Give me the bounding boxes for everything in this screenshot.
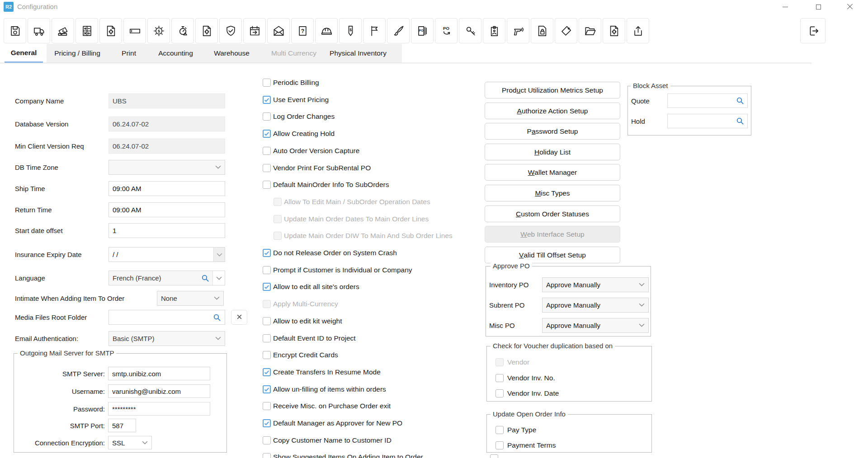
cutoff-checkbox[interactable] [490, 454, 498, 458]
tab-accounting[interactable]: Accounting [152, 44, 199, 63]
option-log-order-changes-checkbox[interactable] [263, 112, 271, 121]
option-show-suggested-items-on-adding-item-to-order-checkbox[interactable] [263, 453, 271, 458]
username-input[interactable]: varunishg@unibiz.com [108, 384, 210, 398]
close-button[interactable] [839, 0, 861, 14]
intimate-when-adding-item-to-order-field[interactable]: None [157, 291, 224, 306]
misc-po-select[interactable]: Approve Manually [542, 318, 649, 333]
db-time-zone-field[interactable] [108, 160, 225, 175]
toolbar-button-truck[interactable] [28, 18, 50, 43]
vendor-inv-date-checkbox[interactable] [495, 389, 504, 397]
wallet-manager-button[interactable]: Wallet Manager [485, 164, 620, 181]
block-asset-hold-input[interactable] [667, 114, 748, 128]
vendor-inv-date-label: Vendor Inv. Date [507, 389, 559, 397]
product-utilization-metrics-setup-button[interactable]: Product Utilization Metrics Setup [485, 82, 620, 98]
option-allow-un-filling-of-items-within-orders-checkbox[interactable] [263, 385, 271, 393]
toolbar-button-hard-hat[interactable] [315, 18, 338, 43]
ship-time-input[interactable]: 09:00 AM [108, 181, 225, 196]
toolbar-button-po-document[interactable]: PO [411, 18, 434, 43]
toolbar-button-cash-payment[interactable] [52, 18, 74, 43]
option-default-event-id-to-project-checkbox[interactable] [263, 334, 271, 342]
holiday-list-button[interactable]: Holiday List [485, 144, 620, 160]
subrent-po-select[interactable]: Approve Manually [542, 298, 649, 313]
option-default-mainorder-info-to-suborders-checkbox[interactable] [263, 181, 271, 189]
toolbar-button-po-transfer[interactable]: PO [435, 18, 458, 43]
option-allow-to-edit-all-site-s-orders-checkbox[interactable] [263, 283, 271, 291]
option-encrypt-credit-cards-checkbox[interactable] [263, 351, 271, 359]
media-files-root-folder-field[interactable] [108, 310, 225, 325]
tab-physical-inventory[interactable]: Physical Inventory [322, 44, 394, 63]
option-periodic-billing-checkbox[interactable] [263, 79, 271, 87]
option-default-manager-as-approver-for-new-po-checkbox[interactable] [263, 419, 271, 427]
search-icon[interactable] [201, 274, 209, 282]
toolbar-button-calendar-forward[interactable] [243, 18, 266, 43]
option-prompt-if-customer-is-individual-or-company-checkbox[interactable] [263, 266, 271, 274]
toolbar-button-calculator[interactable] [75, 18, 98, 43]
search-icon[interactable] [736, 117, 744, 125]
option-create-transfers-in-resume-mode-checkbox[interactable] [263, 368, 271, 376]
toolbar-button-exit[interactable] [800, 18, 826, 43]
tab-general[interactable]: General [5, 44, 43, 63]
toolbar-button-document-gear-3[interactable] [603, 18, 625, 43]
toolbar-button-shield-check[interactable] [219, 18, 242, 43]
restore-button[interactable] [807, 0, 830, 14]
option-receive-misc-on-purchase-order-exit-checkbox[interactable] [263, 402, 271, 410]
toolbar-button-key[interactable] [459, 18, 481, 43]
pay-type-checkbox[interactable] [495, 426, 504, 434]
valid-till-offset-setup-button[interactable]: Valid Till Offset Setup [485, 247, 620, 263]
option-auto-order-version-capture-checkbox[interactable] [263, 147, 271, 155]
toolbar-button-locked-document[interactable] [531, 18, 553, 43]
toolbar-button-help-document[interactable]: ? [291, 18, 314, 43]
minimize-button[interactable] [774, 0, 797, 14]
toolbar-button-barcode-scanner[interactable] [507, 18, 529, 43]
toolbar-button-document-gear[interactable] [99, 18, 122, 43]
option-copy-customer-name-to-customer-id-checkbox[interactable] [263, 436, 271, 444]
toolbar-button-paint-brush[interactable] [387, 18, 410, 43]
authorize-action-setup-button[interactable]: Authorize Action Setup [485, 103, 620, 119]
dropdown-button[interactable] [212, 271, 225, 285]
tab-warehouse[interactable]: Warehouse [206, 44, 258, 63]
vendor-inv-no-checkbox[interactable] [495, 374, 504, 382]
vendor-checkbox [495, 358, 504, 366]
return-time-label: Return Time [15, 202, 52, 217]
option-allow-to-edit-kit-weight-checkbox[interactable] [263, 317, 271, 325]
tab-print[interactable]: Print [113, 44, 145, 63]
smtp-server-input[interactable]: smtp.unibiz.com [108, 367, 210, 380]
option-use-event-pricing-checkbox[interactable] [263, 96, 271, 104]
toolbar-button-gear-dollar[interactable]: $ [147, 18, 170, 43]
tab-pricing-billing[interactable]: Pricing / Billing [50, 44, 104, 63]
calculator-icon [81, 25, 93, 37]
inventory-po-select[interactable]: Approve Manually [542, 277, 649, 292]
toolbar-button-open-folder[interactable] [579, 18, 601, 43]
media-files-root-folder-clear-button[interactable] [231, 310, 247, 325]
password-input[interactable]: ********* [108, 402, 210, 416]
language-field[interactable]: French (France) [108, 271, 225, 285]
password-setup-button[interactable]: Password Setup [485, 123, 620, 140]
option-vendor-print-for-subrental-po-checkbox[interactable] [263, 164, 271, 172]
toolbar-button-label-tag[interactable] [555, 18, 577, 43]
date-picker-button[interactable] [213, 248, 225, 262]
toolbar-button-id-badge[interactable] [483, 18, 505, 43]
toolbar-button-save[interactable] [4, 18, 26, 43]
toolbar-button-text-field[interactable] [123, 18, 146, 43]
return-time-input[interactable]: 09:00 AM [108, 202, 225, 217]
smtp-port-input[interactable]: 587 [108, 419, 136, 432]
flag-icon [368, 25, 381, 37]
custom-order-statuses-button[interactable]: Custom Order Statuses [485, 206, 620, 222]
option-do-not-release-order-on-system-crash-checkbox[interactable] [263, 249, 271, 257]
toolbar-button-stopwatch-alert[interactable] [171, 18, 194, 43]
search-icon[interactable] [213, 313, 221, 322]
toolbar-button-document-gear-2[interactable] [195, 18, 218, 43]
option-allow-creating-hold-checkbox[interactable] [263, 130, 271, 138]
email-authentication-field[interactable]: Basic (SMTP) [108, 331, 225, 346]
payment-terms-checkbox[interactable] [495, 441, 504, 449]
block-asset-quote-input[interactable] [667, 93, 748, 108]
misc-types-button[interactable]: Misc Types [485, 185, 620, 201]
toolbar-button-export-upload[interactable] [627, 18, 649, 43]
toolbar-button-price-tag-dollar[interactable]: $ [339, 18, 362, 43]
toolbar-button-mail-open[interactable] [267, 18, 290, 43]
toolbar-button-flag[interactable] [363, 18, 386, 43]
connection-encryption-select[interactable]: SSL [108, 436, 152, 449]
start-date-offset-input[interactable]: 1 [108, 223, 225, 238]
search-icon[interactable] [736, 97, 744, 105]
insurance-expiry-date-field[interactable]: / / [108, 247, 225, 262]
